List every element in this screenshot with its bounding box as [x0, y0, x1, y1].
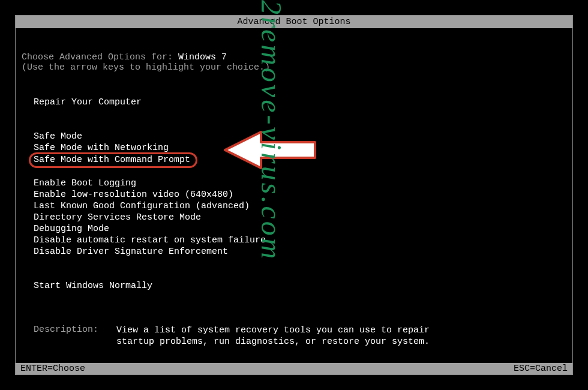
normal-group: Start Windows Normally	[16, 280, 572, 292]
option-repair-computer[interactable]: Repair Your Computer	[34, 97, 142, 108]
description-text: View a list of system recovery tools you…	[116, 325, 452, 347]
title-bar: Advanced Boot Options	[16, 16, 572, 28]
arrow-keys-hint: (Use the arrow keys to highlight your ch…	[16, 62, 572, 73]
description-label: Description:	[34, 325, 98, 347]
os-name: Windows 7	[178, 52, 227, 62]
prompt-label: Choose Advanced Options for:	[22, 52, 178, 62]
repair-group: Repair Your Computer	[16, 97, 572, 108]
option-start-windows-normally[interactable]: Start Windows Normally	[34, 280, 152, 292]
option-disable-auto-restart[interactable]: Disable automatic restart on system fail…	[34, 235, 266, 246]
option-directory-services-restore[interactable]: Directory Services Restore Mode	[34, 212, 201, 223]
option-last-known-good-config[interactable]: Last Known Good Configuration (advanced)	[34, 200, 250, 212]
description-block: Description: View a list of system recov…	[16, 325, 572, 347]
option-enable-boot-logging[interactable]: Enable Boot Logging	[34, 178, 136, 189]
option-disable-driver-signature[interactable]: Disable Driver Signature Enforcement	[34, 246, 228, 257]
safe-mode-group: Safe Mode Safe Mode with Networking Safe…	[16, 131, 572, 167]
boot-menu-window: Advanced Boot Options Choose Advanced Op…	[15, 15, 573, 375]
option-safe-mode[interactable]: Safe Mode	[34, 131, 82, 142]
footer-esc-hint: ESC=Cancel	[514, 363, 568, 374]
choose-prompt: Choose Advanced Options for: Windows 7	[16, 52, 572, 62]
footer-bar: ENTER=Choose ESC=Cancel	[16, 363, 572, 374]
option-low-resolution-video[interactable]: Enable low-resolution video (640x480)	[34, 189, 233, 200]
option-safe-mode-networking[interactable]: Safe Mode with Networking	[34, 142, 169, 154]
option-debugging-mode[interactable]: Debugging Mode	[34, 223, 109, 235]
advanced-group: Enable Boot Logging Enable low-resolutio…	[16, 178, 572, 257]
menu-content: Choose Advanced Options for: Windows 7 (…	[16, 28, 572, 347]
option-safe-mode-command-prompt[interactable]: Safe Mode with Command Prompt	[30, 154, 196, 167]
footer-enter-hint: ENTER=Choose	[20, 363, 85, 374]
